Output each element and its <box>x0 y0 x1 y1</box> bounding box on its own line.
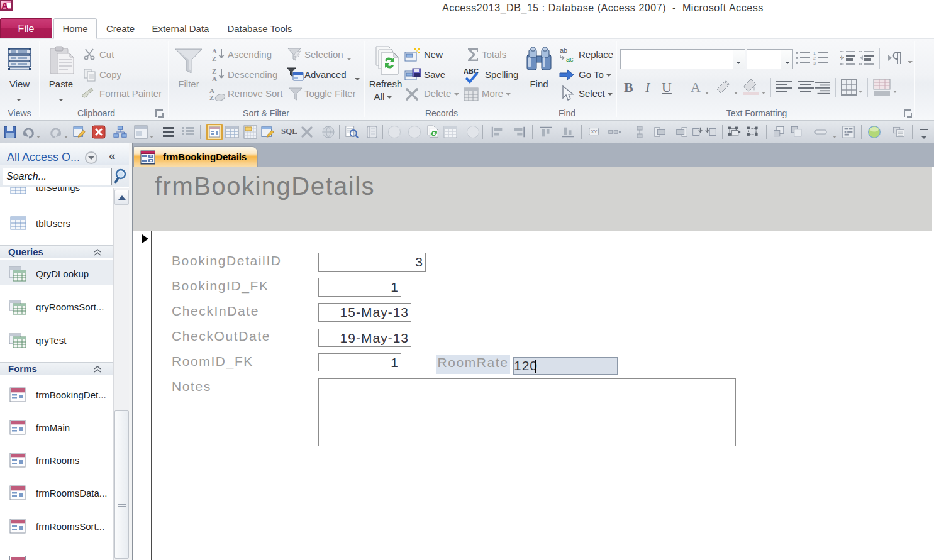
svg-text:A: A <box>212 47 217 55</box>
svg-text:ab: ab <box>560 47 567 54</box>
svg-text:ac: ac <box>566 55 574 63</box>
svg-text:2: 2 <box>813 56 816 60</box>
svg-text:XY: XY <box>591 129 598 135</box>
svg-text:Z: Z <box>209 94 214 101</box>
svg-text:Z: Z <box>212 67 216 75</box>
svg-text:Z: Z <box>212 55 216 62</box>
svg-text:1: 1 <box>813 51 816 55</box>
svg-text:3: 3 <box>813 61 816 65</box>
svg-text:A: A <box>212 75 217 82</box>
